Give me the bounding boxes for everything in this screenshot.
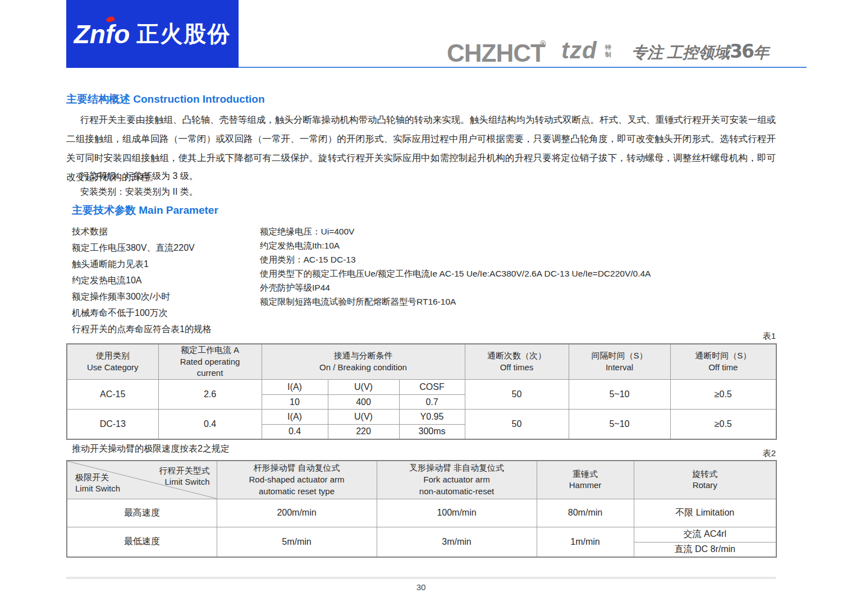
cell-row-label: 最低速度 [67, 527, 217, 557]
cell-rated-current: 0.4 [158, 410, 262, 439]
cell-off-time: ≥0.5 [670, 380, 776, 410]
param-item: 触头通断能力见表1 [72, 256, 212, 272]
col-header-rotary: 旋转式 Rotary [634, 461, 776, 499]
cell-row-label: 最高速度 [67, 499, 217, 527]
table1-label: 表1 [66, 331, 776, 342]
cell-interval: 5~10 [569, 410, 670, 439]
cell-sub-value: 220 [328, 425, 399, 439]
corner-label-limit-switch: 极限开关 Limit Switch [75, 472, 120, 495]
table2-header-row: 行程开关型式 Limit Switch 极限开关 Limit Switch 杆形… [67, 461, 776, 499]
col-header-off-time: 通断时间（S） Off time [670, 344, 776, 380]
cell-sub-value: 0.4 [262, 425, 328, 439]
param-item: 使用类别：AC-15 DC-13 [260, 252, 651, 266]
param-item: 额定操作频率300次/小时 [72, 288, 212, 305]
corner-label-switch-type: 行程开关型式 Limit Switch [159, 465, 210, 488]
cell-interval: 5~10 [569, 380, 670, 410]
logo-znfo-text: Znfo [74, 20, 130, 49]
cell-sub-value: 400 [328, 395, 399, 410]
catalog-page: Znfo 正火股份 CHZHCT ® tzd 特 制 专注 工控领域36年 主要… [0, 0, 842, 616]
cell-sub-label: I(A) [262, 380, 328, 395]
cell-sub-value: 0.7 [399, 395, 465, 410]
slogan-text: 专注 工控领域 [632, 44, 730, 61]
table1-row-ac15: AC-15 2.6 I(A) U(V) COSF 50 5~10 ≥0.5 [67, 380, 776, 395]
slogan-year-char: 年 [753, 44, 769, 61]
col-header-rod-arm: 杆形操动臂 自动复位式 Rod-shaped actuator arm auto… [217, 461, 377, 499]
registered-trademark-icon: ® [540, 39, 546, 48]
company-logo: Znfo 正火股份 [66, 0, 239, 68]
cell-category: DC-13 [67, 410, 158, 439]
brand-tzd: tzd [561, 37, 597, 64]
header-divider [239, 67, 807, 68]
tech-data-right-list: 额定绝缘电压：Ui=400V 约定发热电流Ith:10A 使用类别：AC-15 … [260, 224, 651, 309]
cell-rotary-ac: 交流 AC4rl [634, 527, 776, 542]
cell-rod-speed: 200m/min [217, 499, 377, 527]
col-header-breaking-condition: 接通与分断条件 On / Breaking condition [262, 344, 465, 380]
cell-off-times: 50 [465, 410, 569, 439]
cell-sub-label: I(A) [262, 410, 328, 425]
cell-fork-speed: 3m/min [377, 527, 537, 557]
table2-limit-speed: 行程开关型式 Limit Switch 极限开关 Limit Switch 杆形… [66, 460, 777, 558]
slogan-years-number: 36 [730, 40, 753, 62]
cell-sub-label: U(V) [328, 410, 399, 425]
corner-header-cell: 行程开关型式 Limit Switch 极限开关 Limit Switch [67, 461, 217, 499]
table2-row-min-speed: 最低速度 5m/min 3m/min 1m/min 交流 AC4rl [67, 527, 776, 542]
param-item: 约定发热电流10A [72, 272, 212, 288]
cell-rotary-limit: 不限 Limitation [634, 499, 776, 527]
col-header-fork-arm: 叉形操动臂 非自动复位式 Fork actuator arm non-autom… [377, 461, 537, 499]
param-item: 使用类型下的额定工作电压Ue/额定工作电流Ie AC-15 Ue/Ie:AC38… [260, 266, 651, 281]
cell-rod-speed: 5m/min [217, 527, 377, 557]
logo-chinese-text: 正火股份 [136, 19, 231, 49]
installation-category-line: 安装类别：安装类别为 II 类。 [80, 186, 198, 198]
param-item: 外壳防护等级IP44 [260, 281, 651, 295]
param-item: 额定工作电压380V、直流220V [72, 240, 212, 256]
brand-chzhct: CHZHCT [447, 39, 545, 67]
table2-label: 表2 [66, 448, 776, 459]
cell-sub-label: Y0.95 [399, 410, 465, 425]
param-item: 技术数据 [72, 223, 212, 240]
param-item: 额定绝缘电压：Ui=400V [260, 224, 651, 238]
col-header-rated-current: 额定工作电流 A Rated operating current [158, 344, 262, 380]
pollution-grade-line: 污染等级：污染等级为 3 级。 [80, 171, 198, 182]
cell-fork-speed: 100m/min [377, 499, 537, 527]
cell-sub-value: 300ms [399, 425, 465, 439]
table1-header-row: 使用类别 Use Category 额定工作电流 A Rated operati… [67, 344, 776, 380]
table1-switching-capability: 使用类别 Use Category 额定工作电流 A Rated operati… [66, 343, 777, 440]
tech-data-left-list: 技术数据 额定工作电压380V、直流220V 触头通断能力见表1 约定发热电流1… [72, 223, 212, 337]
table1-row-dc13: DC-13 0.4 I(A) U(V) Y0.95 50 5~10 ≥0.5 [67, 410, 776, 425]
cell-sub-label: COSF [399, 380, 465, 395]
col-header-use-category: 使用类别 Use Category [67, 344, 158, 380]
cell-sub-label: U(V) [328, 380, 399, 395]
brand-slogan: 专注 工控领域36年 [632, 40, 769, 63]
cell-sub-value: 10 [262, 395, 328, 410]
param-item: 约定发热电流Ith:10A [260, 238, 651, 252]
col-header-interval: 间隔时间（S） Interval [569, 344, 670, 380]
section-title-parameters: 主要技术参数 Main Parameter [72, 203, 218, 218]
section-title-construction: 主要结构概述 Construction Introduction [66, 92, 265, 107]
cell-category: AC-15 [67, 380, 158, 410]
param-item: 额定限制短路电流试验时所配熔断器型号RT16-10A [260, 295, 651, 309]
cell-off-times: 50 [465, 380, 569, 410]
brand-tzd-suffix: 特 制 [605, 44, 611, 58]
param-item: 机械寿命不低于100万次 [72, 305, 212, 321]
brand-suffix-bottom: 制 [605, 51, 611, 58]
cell-rated-current: 2.6 [158, 380, 262, 410]
col-header-off-times: 通断次数（次） Off times [465, 344, 569, 380]
footer-divider [66, 577, 776, 579]
cell-off-time: ≥0.5 [670, 410, 776, 439]
table2-row-max-speed: 最高速度 200m/min 100m/min 80m/min 不限 Limita… [67, 499, 776, 527]
logo-latin-text: Znfo [74, 19, 130, 49]
cell-hammer-speed: 1m/min [537, 527, 634, 557]
page-number: 30 [66, 582, 776, 592]
cell-hammer-speed: 80m/min [537, 499, 634, 527]
brand-suffix-top: 特 [605, 44, 611, 50]
cell-rotary-dc: 直流 DC 8r/min [634, 542, 776, 557]
col-header-hammer: 重锤式 Hammer [537, 461, 634, 499]
